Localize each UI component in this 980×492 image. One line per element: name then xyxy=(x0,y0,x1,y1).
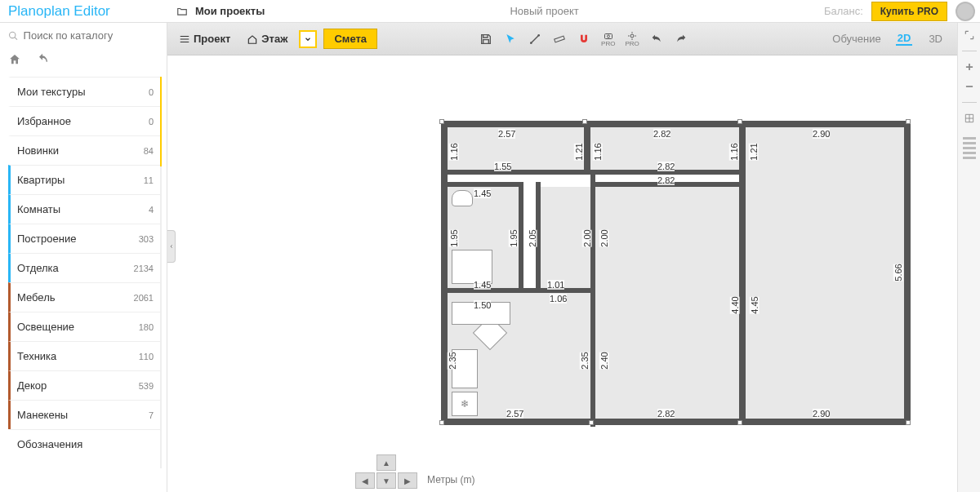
breadcrumb[interactable]: Мои проекты xyxy=(167,5,265,17)
my-projects-label: Мои проекты xyxy=(195,5,265,17)
undo-tool[interactable] xyxy=(649,32,664,47)
estimate-button[interactable]: Смета xyxy=(323,29,377,49)
wall[interactable] xyxy=(584,121,590,170)
category-count: 110 xyxy=(139,352,154,361)
ruler-tool[interactable] xyxy=(552,32,567,47)
fixture-toilet[interactable] xyxy=(452,190,473,206)
wall[interactable] xyxy=(441,170,743,175)
line-icon xyxy=(528,33,541,46)
floor-menu-button[interactable]: Этаж xyxy=(242,29,292,48)
vertex-handle[interactable] xyxy=(906,420,911,425)
room[interactable] xyxy=(746,127,904,419)
grid-button[interactable] xyxy=(962,111,977,126)
vertex-handle[interactable] xyxy=(737,420,742,425)
expand-button[interactable] xyxy=(962,28,977,42)
dimension: 1.55 xyxy=(494,162,511,171)
dimension: 2.00 xyxy=(599,229,609,246)
category-label: Мебель xyxy=(17,291,56,304)
select-tool[interactable] xyxy=(503,32,518,47)
sidebar-category-12[interactable]: Обозначения xyxy=(8,429,162,459)
sidebar-collapse-button[interactable] xyxy=(167,230,176,263)
vertex-handle[interactable] xyxy=(439,420,444,425)
ruler-icon xyxy=(553,33,566,46)
room[interactable] xyxy=(595,187,739,419)
wall[interactable] xyxy=(739,121,746,423)
sun-pro-tool[interactable]: PRO xyxy=(625,31,639,47)
dimension: 1.16 xyxy=(593,143,603,160)
units-label[interactable]: Метры (m) xyxy=(427,474,475,489)
vertex-handle[interactable] xyxy=(439,119,444,124)
avatar[interactable] xyxy=(956,2,975,21)
view-3d-button[interactable]: 3D xyxy=(927,33,944,45)
sidebar-category-7[interactable]: Мебель2061 xyxy=(8,282,162,312)
search-row[interactable] xyxy=(0,23,167,48)
dimension: 2.82 xyxy=(653,129,670,139)
sidebar-category-9[interactable]: Техника110 xyxy=(8,341,162,370)
buy-pro-button[interactable]: Купить PRO xyxy=(871,2,947,21)
category-label: Освещение xyxy=(17,321,74,333)
svg-point-0 xyxy=(10,32,16,38)
pro-label-1: PRO xyxy=(601,41,615,47)
category-label: Построение xyxy=(17,233,76,245)
undo-button[interactable] xyxy=(36,53,49,69)
sidebar-category-4[interactable]: Комнаты4 xyxy=(8,194,162,224)
category-count: 303 xyxy=(139,234,154,244)
project-name[interactable]: Новый проект xyxy=(265,5,824,17)
floor-selector[interactable] xyxy=(299,30,317,48)
pan-left-button[interactable]: ◀ xyxy=(355,472,375,489)
category-count: 539 xyxy=(139,381,154,391)
wall[interactable] xyxy=(441,121,911,127)
sidebar-category-1[interactable]: Избранное0 xyxy=(8,106,162,135)
pan-right-button[interactable]: ▶ xyxy=(398,472,417,489)
save-button[interactable] xyxy=(479,32,493,47)
cursor-icon xyxy=(504,33,517,46)
vertex-handle[interactable] xyxy=(906,119,911,124)
dimension: 1.21 xyxy=(574,143,584,160)
vertex-handle[interactable] xyxy=(582,119,587,124)
view-2d-button[interactable]: 2D xyxy=(896,32,913,46)
vertex-handle[interactable] xyxy=(589,420,594,425)
wall[interactable] xyxy=(904,121,911,425)
wall[interactable] xyxy=(441,419,911,425)
fixture-fridge[interactable]: ❄ xyxy=(452,392,478,416)
scrollbar-thumb[interactable] xyxy=(160,77,162,166)
snap-tool[interactable] xyxy=(577,32,591,47)
camera-icon xyxy=(602,31,615,41)
pan-down-button[interactable]: ▼ xyxy=(376,472,396,489)
project-menu-button[interactable]: Проект xyxy=(174,29,235,48)
category-label: Отделка xyxy=(17,262,59,274)
dimension: 2.82 xyxy=(657,409,675,419)
home-button[interactable] xyxy=(8,53,21,69)
training-link[interactable]: Обучение xyxy=(832,33,880,45)
line-tool[interactable] xyxy=(528,32,542,47)
dimension: 5.66 xyxy=(893,264,903,281)
layers-indicator[interactable] xyxy=(963,137,976,159)
hamburger-icon xyxy=(179,33,190,45)
vertex-handle[interactable] xyxy=(737,119,742,124)
sidebar-category-2[interactable]: Новинки84 xyxy=(8,135,162,165)
camera-pro-tool[interactable]: PRO xyxy=(601,31,615,47)
search-input[interactable] xyxy=(24,29,158,42)
sidebar-category-6[interactable]: Отделка2134 xyxy=(8,253,162,282)
sidebar-category-3[interactable]: Квартиры11 xyxy=(8,165,162,194)
arrow-pad: ▲ ◀ ▼ ▶ xyxy=(355,454,417,489)
undo-arrow-icon xyxy=(650,33,663,46)
dimension: 1.95 xyxy=(449,229,459,246)
room[interactable] xyxy=(448,127,584,170)
redo-tool[interactable] xyxy=(674,32,688,47)
pan-up-button[interactable]: ▲ xyxy=(376,454,396,471)
dimension: 1.45 xyxy=(474,188,491,198)
zoom-out-button[interactable] xyxy=(962,79,977,94)
right-toolstrip xyxy=(957,23,980,492)
wall[interactable] xyxy=(519,182,523,292)
zoom-in-button[interactable] xyxy=(962,60,977,74)
sidebar-category-11[interactable]: Манекены7 xyxy=(8,400,162,429)
sidebar-category-10[interactable]: Декор539 xyxy=(8,370,162,400)
fixture[interactable] xyxy=(452,250,492,284)
sidebar-category-5[interactable]: Построение303 xyxy=(8,224,162,253)
sidebar-category-8[interactable]: Освещение180 xyxy=(8,312,162,341)
wall[interactable] xyxy=(441,121,448,425)
canvas[interactable]: ❄ 2.57 2.82 2.90 1.16 1.21 1.16 1.16 1.2… xyxy=(167,55,980,492)
search-icon xyxy=(8,30,19,42)
sidebar-category-0[interactable]: Мои текстуры0 xyxy=(8,77,162,106)
